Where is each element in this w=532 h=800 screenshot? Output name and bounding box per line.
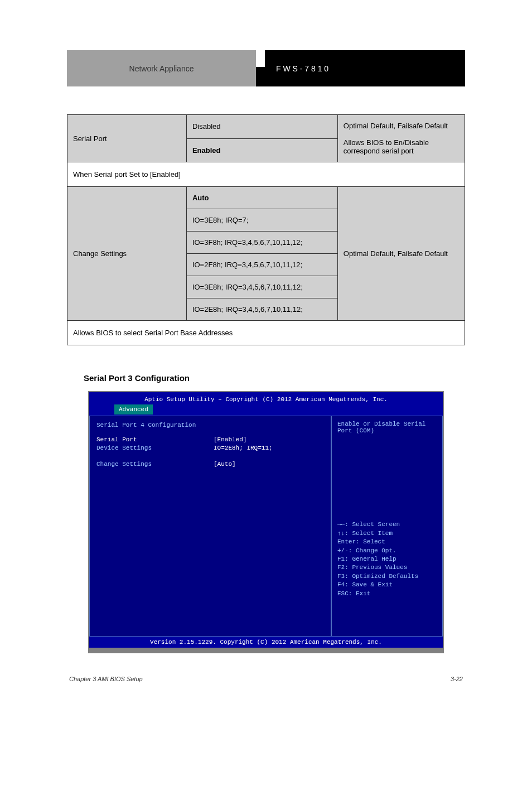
cell-change-settings-label: Change Settings [67, 187, 187, 321]
cell-bottom-divider: Allows BIOS to select Serial Port Base A… [67, 321, 465, 345]
header-right-title: F W S - 7 8 1 0 [265, 50, 465, 86]
bios-main-title: Serial Port 4 Configuration [96, 422, 324, 428]
change-settings-label: Change Settings [96, 461, 214, 468]
cell-change-settings-desc: Optimal Default, Failsafe Default [337, 187, 465, 321]
device-settings-label: Device Settings [96, 445, 214, 451]
cell-serial-port-desc: Optimal Default, Failsafe Default Allows… [337, 115, 465, 162]
optimal-default-text-2: Optimal Default, Failsafe Default [344, 249, 448, 258]
device-settings-value: IO=2E8h; IRQ=11; [214, 445, 273, 451]
header-left-title: Network Appliance [67, 50, 256, 86]
bios-row-serial-port[interactable]: Serial Port [Enabled] [96, 436, 324, 443]
bios-copyright-top: Aptio Setup Utility – Copyright (C) 2012… [89, 394, 443, 404]
bios-tab-advanced[interactable]: Advanced [114, 404, 153, 415]
cell-io-opt1: IO=3E8h; IRQ=7; [186, 209, 337, 232]
cell-auto-option: Auto [186, 187, 337, 209]
enabled-bold: Enabled [192, 146, 221, 155]
header-notch [256, 67, 265, 86]
page-footer: Chapter 3 AMI BIOS Setup 3-22 [67, 676, 465, 682]
cell-io-opt3: IO=2F8h; IRQ=3,4,5,6,7,10,11,12; [186, 254, 337, 276]
bios-tab-row: Advanced [89, 404, 443, 416]
change-settings-value: [Auto] [214, 461, 236, 468]
bios-screenshot: Aptio Setup Utility – Copyright (C) 2012… [88, 391, 444, 653]
key-esc: ESC: Exit [337, 590, 437, 598]
key-f2: F2: Previous Values [337, 563, 437, 572]
cell-serial-port-label: Serial Port [67, 115, 187, 162]
key-f3: F3: Optimized Defaults [337, 572, 437, 581]
cell-disabled-option: Disabled [186, 115, 337, 139]
serial-port-label: Serial Port [96, 436, 214, 443]
footer-page-number: 3-22 [451, 676, 463, 682]
serial-port-value: [Enabled] [214, 436, 246, 443]
page-header: Network Appliance F W S - 7 8 1 0 [67, 50, 465, 86]
bios-top-bar: Aptio Setup Utility – Copyright (C) 2012… [89, 392, 443, 416]
bios-main-panel: Serial Port 4 Configuration Serial Port … [89, 416, 331, 637]
key-f1: F1: General Help [337, 555, 437, 563]
bios-help-text: Enable or Disable Serial Port (COM) [337, 421, 437, 434]
cell-io-opt4: IO=3E8h; IRQ=3,4,5,6,7,10,11,12; [186, 276, 337, 298]
key-change-opt: +/-: Change Opt. [337, 547, 437, 555]
footer-chapter: Chapter 3 AMI BIOS Setup [69, 676, 143, 682]
cell-io-opt2: IO=3F8h; IRQ=3,4,5,6,7,10,11,12; [186, 232, 337, 254]
bios-body: Serial Port 4 Configuration Serial Port … [89, 416, 443, 637]
bios-row-change-settings[interactable]: Change Settings [Auto] [96, 461, 324, 468]
cell-enabled-option: Enabled [186, 138, 337, 162]
optimal-default-text: Optimal Default, Failsafe Default [344, 122, 448, 130]
allows-text: Allows BIOS to En/Disable correspond ser… [344, 138, 429, 155]
serial-port-options-table: Serial Port Disabled Optimal Default, Fa… [67, 114, 465, 345]
bios-section-title: Serial Port 3 Configuration [67, 373, 465, 383]
key-enter: Enter: Select [337, 538, 437, 546]
key-select-screen: →←: Select Screen [337, 521, 437, 529]
cell-io-opt5: IO=2E8h; IRQ=3,4,5,6,7,10,11,12; [186, 298, 337, 321]
bios-help-keys: →←: Select Screen ↑↓: Select Item Enter:… [337, 521, 437, 598]
key-select-item: ↑↓: Select Item [337, 529, 437, 538]
key-f4: F4: Save & Exit [337, 581, 437, 589]
cell-when-enabled-divider: When Serial port Set to [Enabled] [67, 162, 465, 187]
bios-copyright-bottom: Version 2.15.1229. Copyright (C) 2012 Am… [89, 637, 443, 648]
bios-sidebar: Enable or Disable Serial Port (COM) →←: … [331, 416, 443, 637]
bios-row-device-settings: Device Settings IO=2E8h; IRQ=11; [96, 445, 324, 451]
